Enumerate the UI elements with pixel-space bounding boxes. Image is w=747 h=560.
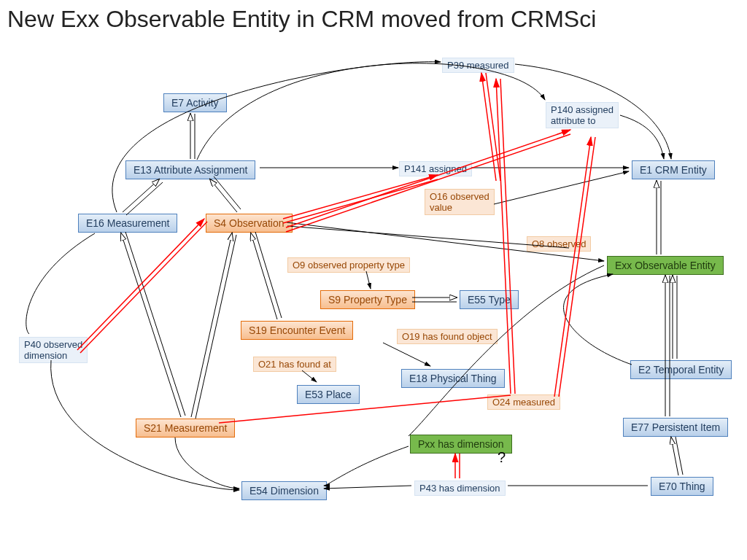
node-e16: E16 Measurement [78,214,177,233]
label-o16: O16 observed value [425,189,495,215]
label-p40: P40 observed dimension [19,337,88,363]
page-title: New Exx Observable Entity in CRM moved f… [7,6,596,33]
node-e55: E55 Type [460,290,519,309]
node-e53: E53 Place [297,385,360,404]
node-e2: E2 Temporal Entity [630,360,732,379]
arrows-layer [0,0,747,560]
node-e1: E1 CRM Entity [632,160,715,179]
label-o19: O19 has found object [397,329,498,344]
label-o8: O8 observed [527,236,591,252]
label-o9: O9 observed property type [287,257,410,273]
label-p43: P43 has dimension [414,481,506,496]
node-exx: Exx Observable Entity [607,256,724,275]
label-o21: O21 has found at [253,357,336,372]
node-e77: E77 Persistent Item [623,418,728,437]
node-e13: E13 Attribute Assignment [125,160,255,179]
node-e70: E70 Thing [651,477,713,496]
node-s4: S4 Observation [206,214,293,233]
label-question: ? [498,449,506,466]
node-s9: S9 Property Type [320,290,415,309]
label-p141: P141 assigned [399,161,472,176]
label-o24: O24 measured [487,394,560,410]
node-s21: S21 Measurement [136,419,235,438]
node-pxx: Pxx has dimension [410,435,512,454]
node-e7: E7 Activity [163,93,227,112]
label-p140: P140 assigned attribute to [546,102,619,128]
node-e54: E54 Dimension [241,481,327,500]
node-s19: S19 Encounter Event [241,321,353,340]
label-p39: P39 measured [442,58,514,73]
node-e18: E18 Physical Thing [401,369,505,388]
